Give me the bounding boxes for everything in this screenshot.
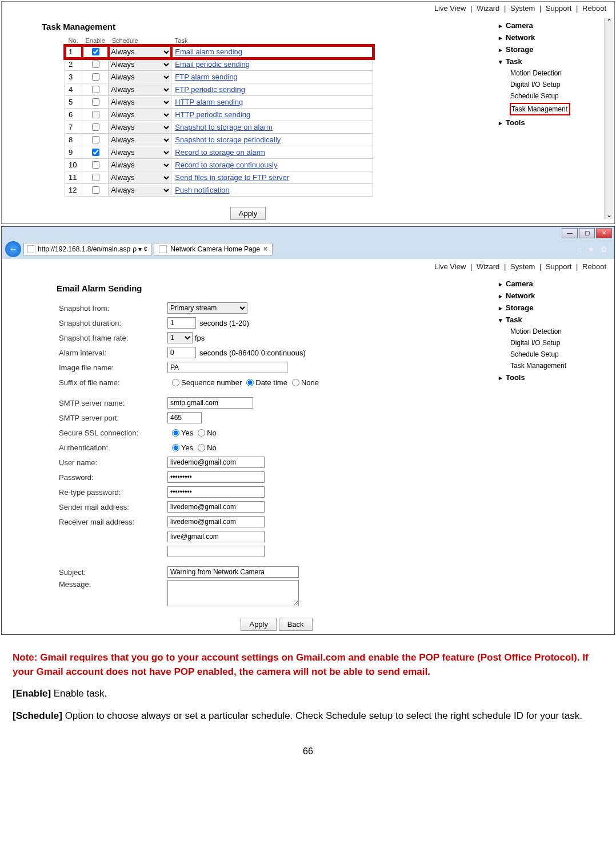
task-link[interactable]: Snapshot to storage on alarm <box>175 123 273 131</box>
sidebar-sub-schedule-setup[interactable]: Schedule Setup <box>497 90 612 102</box>
schedule-select[interactable]: Always <box>109 97 171 108</box>
receiver1-input[interactable] <box>167 516 265 527</box>
schedule-select[interactable]: Always <box>109 46 171 58</box>
sidebar-item-network[interactable]: Network <box>497 290 612 302</box>
sidebar-item-network[interactable]: Network <box>497 31 612 43</box>
tools-icon[interactable]: ✿ <box>601 245 607 254</box>
task-link[interactable]: Push notification <box>175 186 229 194</box>
ssl-no-radio[interactable] <box>198 429 205 437</box>
enable-checkbox[interactable] <box>92 174 99 181</box>
nav-support[interactable]: Support <box>543 4 574 13</box>
sidebar-item-tools[interactable]: Tools <box>497 117 612 129</box>
nav-system[interactable]: System <box>508 4 537 13</box>
framerate-select[interactable]: 1 <box>167 332 193 343</box>
schedule-select[interactable]: Always <box>109 172 171 183</box>
task-link[interactable]: FTP periodic sending <box>175 85 245 94</box>
back-button[interactable]: Back <box>279 618 313 631</box>
alarm-interval-input[interactable] <box>167 347 196 358</box>
sidebar-item-storage[interactable]: Storage <box>497 43 612 55</box>
schedule-select[interactable]: Always <box>109 134 171 146</box>
nav2-support[interactable]: Support <box>543 262 574 271</box>
schedule-select[interactable]: Always <box>109 84 171 95</box>
task-link[interactable]: Record to storage on alarm <box>175 148 265 157</box>
auth-yes-radio[interactable] <box>172 444 179 451</box>
sidebar-sub-motion-detection[interactable]: Motion Detection <box>497 326 612 337</box>
sidebar-sub-digital-i/o-setup[interactable]: Digital I/O Setup <box>497 337 612 349</box>
schedule-select[interactable]: Always <box>109 185 171 196</box>
favorites-icon[interactable]: ★ <box>587 245 595 254</box>
scrollbar[interactable] <box>604 18 613 219</box>
task-link[interactable]: Send files in storage to FTP server <box>175 173 289 182</box>
nav2-system[interactable]: System <box>508 262 537 271</box>
task-link[interactable]: FTP alarm sending <box>175 73 238 81</box>
url-field[interactable]: http://192.168.1.8/en/main.asp ρ ▾ ¢ <box>23 243 151 255</box>
suffix-none-radio[interactable] <box>292 379 299 386</box>
enable-checkbox[interactable] <box>92 73 99 81</box>
enable-checkbox[interactable] <box>92 86 99 93</box>
schedule-select[interactable]: Always <box>109 122 171 133</box>
tab-close-icon[interactable]: × <box>263 245 267 253</box>
image-file-input[interactable] <box>167 362 287 373</box>
nav-reboot[interactable]: Reboot <box>580 4 609 13</box>
task-link[interactable]: HTTP alarm sending <box>175 98 243 106</box>
task-link[interactable]: Record to storage continuously <box>175 161 277 169</box>
nav-live-view[interactable]: Live View <box>432 4 468 13</box>
repassword-input[interactable] <box>167 486 265 498</box>
back-button[interactable]: ← <box>5 241 21 257</box>
apply-button-2[interactable]: Apply <box>241 618 277 631</box>
receiver2-input[interactable] <box>167 531 265 542</box>
task-link[interactable]: Email periodic sending <box>175 60 250 69</box>
task-link[interactable]: Email alarm sending <box>175 47 242 56</box>
sidebar-item-task[interactable]: Task <box>497 55 612 67</box>
schedule-select[interactable]: Always <box>109 159 171 171</box>
nav2-reboot[interactable]: Reboot <box>580 262 609 271</box>
nav-wizard[interactable]: Wizard <box>474 4 502 13</box>
subject-input[interactable] <box>167 566 299 578</box>
url-controls[interactable]: ρ ▾ ¢ <box>133 245 147 253</box>
suffix-seq-radio[interactable] <box>172 379 179 386</box>
maximize-button[interactable]: ▢ <box>579 228 595 238</box>
sidebar-item-task[interactable]: Task <box>497 314 612 326</box>
enable-checkbox[interactable] <box>92 48 99 55</box>
home-icon[interactable]: ⌂ <box>577 245 582 254</box>
sidebar-item-tools[interactable]: Tools <box>497 371 612 383</box>
smtp-port-input[interactable] <box>167 412 202 423</box>
apply-button[interactable]: Apply <box>230 207 266 220</box>
enable-checkbox[interactable] <box>92 186 99 194</box>
receiver3-input[interactable] <box>167 546 265 557</box>
enable-checkbox[interactable] <box>92 161 99 169</box>
task-link[interactable]: HTTP periodic sending <box>175 110 250 119</box>
minimize-button[interactable]: — <box>562 228 578 238</box>
sender-input[interactable] <box>167 501 265 513</box>
sidebar-sub-schedule-setup[interactable]: Schedule Setup <box>497 349 612 360</box>
enable-checkbox[interactable] <box>92 61 99 68</box>
sidebar-sub-task-management[interactable]: Task Management <box>497 360 612 371</box>
username-input[interactable] <box>167 457 265 468</box>
enable-checkbox[interactable] <box>92 98 99 106</box>
schedule-select[interactable]: Always <box>109 59 171 70</box>
browser-tab[interactable]: Network Camera Home Page × <box>154 243 273 255</box>
suffix-date-radio[interactable] <box>246 379 254 386</box>
schedule-select[interactable]: Always <box>109 147 171 158</box>
enable-checkbox[interactable] <box>92 123 99 131</box>
nav2-live-view[interactable]: Live View <box>432 262 468 271</box>
task-link[interactable]: Snapshot to storage periodically <box>175 135 281 144</box>
nav2-wizard[interactable]: Wizard <box>474 262 502 271</box>
sidebar-item-camera[interactable]: Camera <box>497 19 612 31</box>
sidebar-sub-motion-detection[interactable]: Motion Detection <box>497 67 612 79</box>
enable-checkbox[interactable] <box>92 149 99 156</box>
sidebar-sub-task-management[interactable]: Task Management <box>510 103 570 115</box>
schedule-select[interactable]: Always <box>109 109 171 121</box>
sidebar-item-storage[interactable]: Storage <box>497 302 612 314</box>
ssl-yes-radio[interactable] <box>172 429 179 437</box>
smtp-server-input[interactable] <box>167 397 253 409</box>
message-textarea[interactable] <box>167 580 299 606</box>
snapshot-duration-input[interactable] <box>167 317 196 329</box>
enable-checkbox[interactable] <box>92 111 99 118</box>
schedule-select[interactable]: Always <box>109 71 171 83</box>
auth-no-radio[interactable] <box>198 444 205 451</box>
sidebar-sub-digital-i/o-setup[interactable]: Digital I/O Setup <box>497 79 612 90</box>
close-button[interactable]: ✕ <box>596 228 612 238</box>
sidebar-item-camera[interactable]: Camera <box>497 278 612 290</box>
enable-checkbox[interactable] <box>92 136 99 143</box>
